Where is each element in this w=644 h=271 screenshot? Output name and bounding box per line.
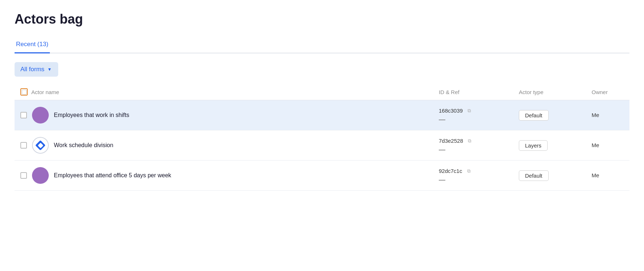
owner-cell: Me [586,130,629,161]
table-row: Work schedule division 7d3e2528 ⧉ — Laye… [15,130,629,161]
col-header-actor-name: Actor name [15,84,433,100]
avatar [32,107,49,124]
type-badge: Default [519,170,549,181]
chevron-down-icon: ▼ [47,67,52,72]
row-checkbox-2[interactable] [20,172,27,179]
ref-value: — [439,116,507,124]
owner-cell: Me [586,161,629,191]
actor-type-cell: Layers [513,130,586,161]
owner-text: Me [592,112,599,118]
owner-text: Me [592,142,599,148]
type-badge: Layers [519,140,548,151]
tabs-bar: Recent (13) [15,37,629,53]
page-title: Actors bag [15,12,629,27]
header-checkbox-wrapper[interactable] [20,88,28,96]
col-header-actor-type: Actor type [513,84,586,100]
row-checkbox-1[interactable] [20,142,27,149]
id-value: 7d3e2528 [439,138,463,144]
actors-table: Actor name ID & Ref Actor type Owner Emp… [15,84,629,191]
col-header-id-ref: ID & Ref [433,84,513,100]
ref-value: — [439,176,507,184]
avatar [32,167,49,184]
id-ref-cell: 7d3e2528 ⧉ — [433,130,513,161]
ref-value: — [439,146,507,154]
actor-name-col-label: Actor name [31,89,59,95]
id-ref-cell: 168c3039 ⧉ — [433,100,513,130]
actor-name-text: Work schedule division [54,142,113,149]
owner-cell: Me [586,100,629,130]
actor-type-cell: Default [513,161,586,191]
table-header-row: Actor name ID & Ref Actor type Owner [15,84,629,100]
header-checkbox[interactable] [22,90,27,94]
avatar [32,137,49,154]
id-value: 92dc7c1c [439,168,462,174]
copy-icon[interactable]: ⧉ [466,137,473,145]
owner-text: Me [592,172,599,178]
page-container: Actors bag Recent (13) All forms ▼ Actor… [0,0,644,271]
copy-icon[interactable]: ⧉ [466,107,473,114]
id-ref-cell: 92dc7c1c ⧉ — [433,161,513,191]
table-row: Employees that work in shifts 168c3039 ⧉… [15,100,629,130]
table-row: Employees that attend office 5 days per … [15,161,629,191]
id-value: 168c3039 [439,108,463,114]
actor-name-cell: Employees that work in shifts [15,100,433,130]
all-forms-dropdown[interactable]: All forms ▼ [15,62,58,77]
actor-name-cell: Work schedule division [15,130,433,161]
col-header-owner: Owner [586,84,629,100]
dropdown-label: All forms [20,66,44,73]
type-badge: Default [519,110,549,121]
actor-name-text: Employees that work in shifts [54,112,129,118]
actor-name-cell: Employees that attend office 5 days per … [15,161,433,191]
toolbar: All forms ▼ [15,62,629,77]
row-checkbox-0[interactable] [20,112,27,118]
tab-recent[interactable]: Recent (13) [15,37,50,53]
copy-icon[interactable]: ⧉ [465,167,472,175]
actor-type-cell: Default [513,100,586,130]
actor-name-text: Employees that attend office 5 days per … [54,172,171,179]
